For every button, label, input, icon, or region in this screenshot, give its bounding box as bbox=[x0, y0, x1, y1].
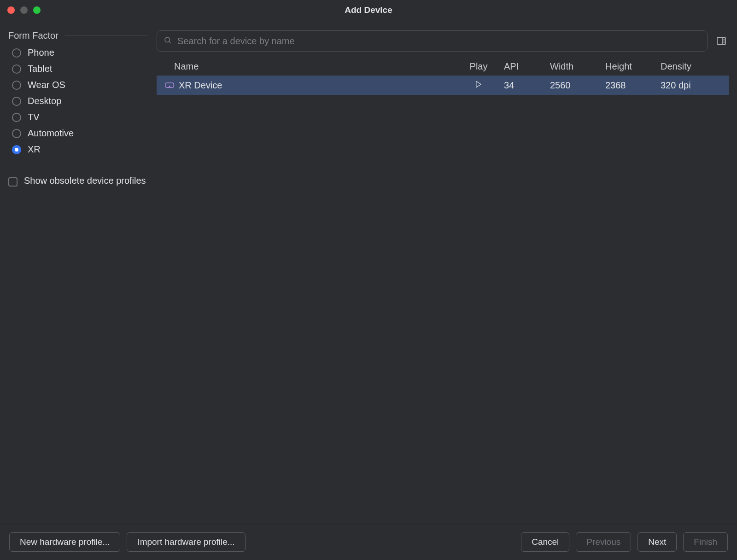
table-row[interactable]: XR Device 34 2560 2368 320 dpi bbox=[157, 76, 729, 95]
close-window-button[interactable] bbox=[7, 6, 15, 14]
cell-play bbox=[458, 80, 499, 91]
form-factor-option-desktop[interactable]: Desktop bbox=[12, 96, 148, 106]
checkbox-indicator bbox=[8, 177, 18, 187]
col-height[interactable]: Height bbox=[605, 61, 656, 72]
radio-indicator bbox=[12, 48, 21, 58]
form-factor-option-phone[interactable]: Phone bbox=[12, 47, 148, 58]
col-play[interactable]: Play bbox=[458, 61, 499, 72]
col-name[interactable]: Name bbox=[165, 61, 453, 72]
form-factor-option-tablet[interactable]: Tablet bbox=[12, 64, 148, 74]
checkbox-label: Show obsolete device profiles bbox=[24, 175, 146, 186]
form-factor-label: Form Factor bbox=[8, 30, 58, 41]
dialog-footer: New hardware profile... Import hardware … bbox=[0, 524, 737, 560]
previous-button[interactable]: Previous bbox=[576, 532, 631, 552]
device-table: Name Play API Width Height Density bbox=[157, 57, 729, 524]
cell-api: 34 bbox=[504, 80, 545, 91]
titlebar: Add Device bbox=[0, 0, 737, 20]
radio-indicator bbox=[12, 64, 21, 74]
radio-indicator bbox=[12, 145, 21, 154]
dialog-body: Form Factor Phone Tablet Wear OS bbox=[0, 20, 737, 524]
main-panel: Name Play API Width Height Density bbox=[157, 20, 737, 524]
xr-device-icon bbox=[165, 81, 174, 90]
radio-label: TV bbox=[28, 112, 40, 122]
radio-indicator bbox=[12, 97, 21, 106]
col-density[interactable]: Density bbox=[661, 61, 720, 72]
import-hardware-profile-button[interactable]: Import hardware profile... bbox=[127, 532, 245, 552]
radio-indicator bbox=[12, 129, 21, 138]
radio-indicator bbox=[12, 81, 21, 90]
search-icon bbox=[164, 36, 172, 47]
next-button[interactable]: Next bbox=[638, 532, 677, 552]
maximize-window-button[interactable] bbox=[33, 6, 41, 14]
window-controls bbox=[7, 6, 41, 14]
col-width[interactable]: Width bbox=[550, 61, 601, 72]
cell-height: 2368 bbox=[605, 80, 656, 91]
table-header: Name Play API Width Height Density bbox=[157, 57, 729, 76]
add-device-dialog: Add Device Form Factor Phone Tablet Wear bbox=[0, 0, 737, 560]
radio-label: XR bbox=[28, 144, 41, 155]
finish-button[interactable]: Finish bbox=[683, 532, 728, 552]
heading-rule bbox=[65, 35, 148, 36]
form-factor-heading: Form Factor bbox=[8, 30, 148, 41]
svg-marker-8 bbox=[476, 81, 481, 88]
show-obsolete-checkbox[interactable]: Show obsolete device profiles bbox=[8, 175, 148, 187]
form-factor-option-xr[interactable]: XR bbox=[12, 144, 148, 155]
search-input[interactable] bbox=[176, 35, 701, 47]
minimize-window-button[interactable] bbox=[20, 6, 28, 14]
form-factor-option-wear-os[interactable]: Wear OS bbox=[12, 80, 148, 90]
svg-point-0 bbox=[165, 37, 170, 42]
new-hardware-profile-button[interactable]: New hardware profile... bbox=[9, 532, 120, 552]
cell-name: XR Device bbox=[165, 80, 453, 91]
window-title: Add Device bbox=[345, 5, 392, 15]
sidebar-divider bbox=[8, 167, 148, 167]
search-row bbox=[157, 30, 729, 52]
cancel-button[interactable]: Cancel bbox=[521, 532, 569, 552]
radio-indicator bbox=[12, 113, 21, 122]
search-box[interactable] bbox=[157, 30, 708, 52]
col-api[interactable]: API bbox=[504, 61, 545, 72]
form-factor-option-tv[interactable]: TV bbox=[12, 112, 148, 122]
radio-label: Wear OS bbox=[28, 80, 65, 90]
form-factor-radio-group: Phone Tablet Wear OS Desktop TV bbox=[12, 47, 148, 155]
toggle-details-panel-button[interactable] bbox=[714, 34, 729, 48]
cell-density: 320 dpi bbox=[661, 80, 720, 91]
radio-label: Tablet bbox=[28, 64, 52, 74]
form-factor-option-automotive[interactable]: Automotive bbox=[12, 128, 148, 139]
radio-label: Automotive bbox=[28, 128, 74, 139]
svg-line-1 bbox=[169, 41, 170, 43]
cell-width: 2560 bbox=[550, 80, 601, 91]
radio-label: Desktop bbox=[28, 96, 61, 106]
radio-label: Phone bbox=[28, 47, 54, 58]
sidebar: Form Factor Phone Tablet Wear OS bbox=[0, 20, 157, 524]
play-store-icon bbox=[474, 80, 483, 91]
device-name: XR Device bbox=[179, 80, 222, 91]
